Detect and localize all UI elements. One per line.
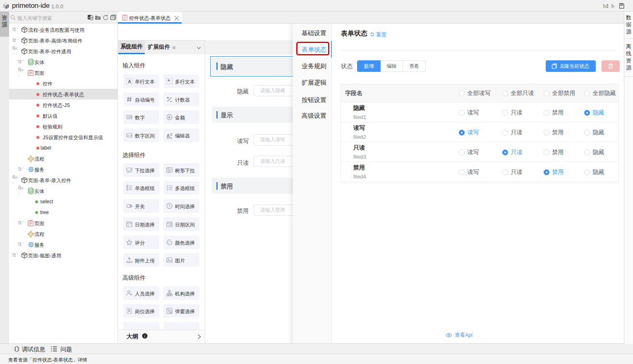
svg-text:i: i [144, 334, 145, 338]
svg-text:A: A [167, 133, 170, 138]
svg-text:1~3: 1~3 [127, 134, 132, 137]
svg-text:R: R [91, 17, 93, 19]
svg-text:123: 123 [127, 116, 132, 119]
svg-text:¥: ¥ [168, 115, 171, 119]
svg-text:A: A [168, 79, 170, 82]
svg-text:A: A [128, 79, 131, 84]
